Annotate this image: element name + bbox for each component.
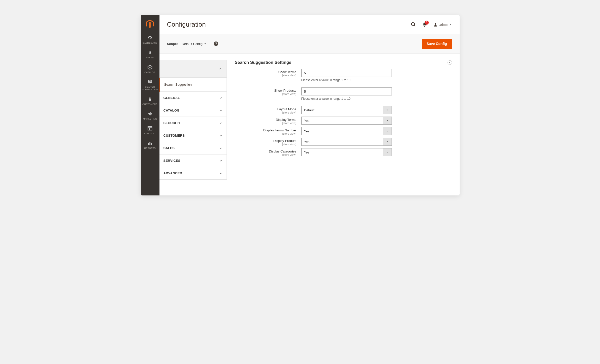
chevron-down-icon [219,146,223,150]
field-control: Yes [301,117,392,125]
triangle-down-icon [386,120,388,122]
search-icon [411,22,416,27]
chevron-down-icon [219,172,223,175]
notifications-button[interactable]: 1 [422,22,427,27]
select-toggle[interactable] [383,138,392,146]
sidebar-item-label: DASHBOARD [142,42,157,44]
sidebar-item-customers[interactable]: CUSTOMERS [141,94,159,109]
config-nav-section-catalog[interactable]: CATALOG [159,104,227,117]
svg-rect-6 [148,143,149,145]
svg-marker-14 [387,131,388,132]
bar-chart-icon [147,140,153,146]
config-nav-section-advanced[interactable]: ADVANCED [159,167,227,180]
chevron-down-icon [219,96,223,100]
config-nav-section-label: GENERAL [163,96,180,100]
config-nav-section-security[interactable]: SECURITY [159,117,227,129]
sidebar-item-label: CUSTOMERS [142,103,157,106]
field-label: Display Terms Number [store view] [235,127,301,135]
field-label-text: Display Product [235,139,296,143]
field-hint: Please enter a value in range 1 to 10. [301,97,392,100]
select-toggle[interactable] [383,127,392,135]
select-value: Yes [301,138,383,146]
field-scope-hint: [store view] [235,132,296,135]
select-value: Default [301,106,383,114]
display-terms-number-select[interactable]: Yes [301,127,392,135]
collapse-button[interactable] [448,60,452,65]
field-label-text: Display Terms [235,118,296,122]
display-product-select[interactable]: Yes [301,138,392,146]
svg-marker-12 [387,110,388,111]
config-nav-section-customers[interactable]: CUSTOMERS [159,129,227,142]
field-label-text: Display Terms Number [235,128,296,132]
field-control: Yes [301,127,392,135]
field-control: Default [301,106,392,114]
select-toggle[interactable] [383,106,392,114]
magento-logo-icon [146,20,154,28]
config-nav-section-label: SECURITY [163,121,181,125]
field-label: Display Product [store view] [235,138,301,146]
chevron-down-icon [219,121,223,125]
field-control: Please enter a value in range 1 to 10. [301,87,392,100]
field-label: Layout Mode [store view] [235,106,301,114]
sidebar-item-reports[interactable]: REPORTS [141,138,159,152]
scope-selector[interactable]: Default Config ▼ [182,42,206,46]
display-categories-select[interactable]: Yes [301,148,392,156]
svg-rect-3 [148,127,152,130]
layout-icon [147,126,153,131]
svg-point-9 [411,22,415,26]
save-config-button[interactable]: Save Config [422,39,452,49]
sidebar-item-dashboard[interactable]: DASHBOARD [141,33,159,47]
chevron-up-icon [449,62,451,64]
config-nav-header[interactable] [159,60,227,78]
config-nav-section-general[interactable]: GENERAL [159,92,227,104]
config-nav-section-sales[interactable]: SALES [159,142,227,154]
select-value: Yes [301,117,383,125]
sidebar-item-search-suggestion[interactable]: W SEARCH SUGGESTION [141,77,159,94]
user-name-label: admin [439,23,448,26]
field-label-text: Layout Mode [235,107,296,111]
field-label-text: Show Terms [235,70,296,74]
field-label-text: Show Products [235,89,296,92]
scope-label: Scope: [167,42,178,46]
config-nav-section-label: CUSTOMERS [163,134,185,137]
sidebar-item-label: SALES [146,56,154,59]
content-area: Search Suggestion GENERAL CATALOG SECURI… [159,54,460,195]
field-label-text: Display Categories [235,149,296,153]
scope-value-label: Default Config [182,42,202,46]
field-label: Show Products [store view] [235,87,301,95]
sidebar-item-marketing[interactable]: MARKETING [141,109,159,123]
show-products-input[interactable] [301,87,392,95]
field-scope-hint: [store view] [235,111,296,114]
sidebar-item-sales[interactable]: $ SALES [141,47,159,62]
display-terms-select[interactable]: Yes [301,117,392,125]
field-label: Display Categories [store view] [235,148,301,156]
field-control: Yes [301,148,392,156]
select-toggle[interactable] [383,148,392,156]
help-button[interactable]: ? [214,41,218,46]
sidebar-item-content[interactable]: CONTENT [141,123,159,138]
global-search-button[interactable] [411,22,416,27]
notification-badge: 1 [425,21,429,25]
account-menu-button[interactable]: admin ▼ [433,22,452,27]
page-header: Configuration 1 admin ▼ [159,15,460,34]
page-title: Configuration [167,21,411,28]
triangle-down-icon [386,151,388,153]
app-window: DASHBOARD $ SALES CATALOG W SEARCH SUGGE… [141,15,460,195]
magento-logo[interactable] [141,15,159,33]
config-nav-active-item[interactable]: Search Suggestion [159,78,227,92]
chevron-down-icon: ▼ [204,42,206,45]
scope-bar: Scope: Default Config ▼ ? Save Config [159,34,460,54]
config-nav-section-services[interactable]: SERVICES [159,154,227,167]
config-nav: Search Suggestion GENERAL CATALOG SECURI… [159,60,227,195]
chevron-down-icon: ▼ [450,23,452,26]
show-terms-input[interactable] [301,69,392,77]
field-scope-hint: [store view] [235,143,296,146]
search-nav-icon: W [147,79,153,85]
select-toggle[interactable] [383,117,392,125]
fieldset-title: Search Suggestion Settings [235,60,292,65]
sidebar-item-catalog[interactable]: CATALOG [141,62,159,77]
field-scope-hint: [store view] [235,92,296,95]
svg-text:$: $ [149,50,151,55]
layout-mode-select[interactable]: Default [301,106,392,114]
field-label: Display Terms [store view] [235,117,301,125]
